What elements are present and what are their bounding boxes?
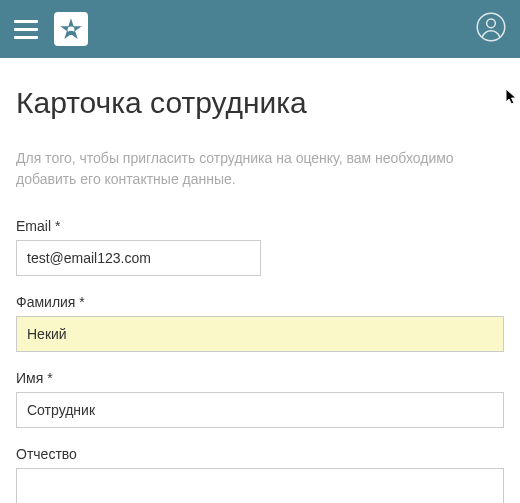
field-firstname: Имя *: [16, 370, 504, 428]
profile-icon[interactable]: [476, 12, 506, 46]
app-header: [0, 0, 520, 58]
menu-icon[interactable]: [14, 20, 38, 39]
field-lastname: Фамилия *: [16, 294, 504, 352]
email-input[interactable]: [16, 240, 261, 276]
field-email: Email *: [16, 218, 504, 276]
field-middlename: Отчество: [16, 446, 504, 503]
firstname-label: Имя *: [16, 370, 504, 386]
main-content: Карточка сотрудника Для того, чтобы приг…: [0, 58, 520, 503]
firstname-input[interactable]: [16, 392, 504, 428]
star-icon: [58, 16, 84, 42]
page-title: Карточка сотрудника: [16, 86, 504, 120]
middlename-label: Отчество: [16, 446, 504, 462]
svg-point-2: [487, 19, 496, 28]
lastname-label: Фамилия *: [16, 294, 504, 310]
app-logo[interactable]: [54, 12, 88, 46]
email-label: Email *: [16, 218, 504, 234]
lastname-input[interactable]: [16, 316, 504, 352]
middlename-input[interactable]: [16, 468, 504, 503]
header-left: [14, 12, 88, 46]
page-description: Для того, чтобы пригласить сотрудника на…: [16, 148, 504, 190]
